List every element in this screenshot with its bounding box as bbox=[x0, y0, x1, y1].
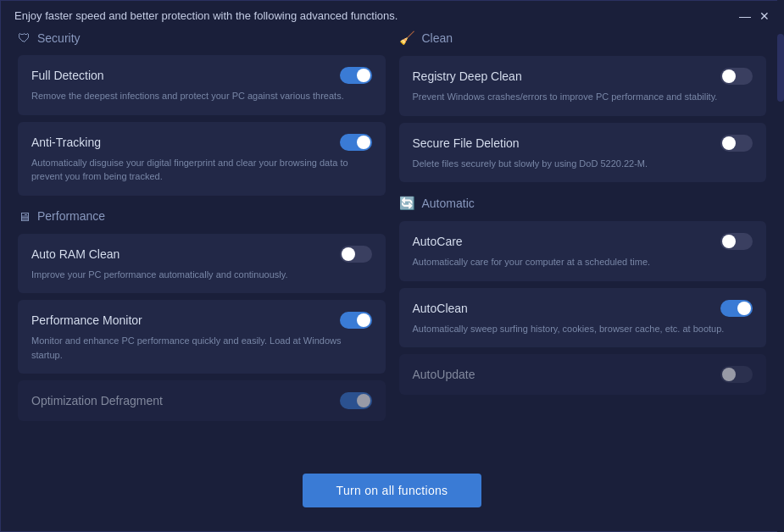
security-section-header: 🛡 Security bbox=[18, 30, 386, 45]
window-controls: — ✕ bbox=[739, 10, 770, 22]
registry-deep-clean-header: Registry Deep Clean bbox=[413, 68, 753, 85]
performance-section-header: 🖥 Performance bbox=[18, 209, 386, 224]
auto-ram-clean-header: Auto RAM Clean bbox=[31, 246, 372, 263]
autocare-toggle[interactable] bbox=[720, 233, 753, 250]
optimization-defragment-title: Optimization Defragment bbox=[31, 394, 163, 407]
full-detection-toggle[interactable] bbox=[340, 67, 372, 84]
performance-monitor-header: Performance Monitor bbox=[31, 312, 372, 329]
optimization-defragment-card: Optimization Defragment bbox=[18, 380, 386, 421]
automatic-cards: AutoCare Automatically care for your com… bbox=[399, 221, 767, 395]
clean-section-header: 🧹 Clean bbox=[399, 30, 767, 46]
autoclean-toggle-knob bbox=[737, 302, 751, 315]
main-window: Enjoy faster speed and better protection… bbox=[0, 0, 784, 532]
performance-monitor-desc: Monitor and enhance PC performance quick… bbox=[31, 334, 372, 362]
registry-deep-clean-title: Registry Deep Clean bbox=[413, 69, 522, 83]
full-detection-card: Full Detection Remove the deepest infect… bbox=[18, 55, 386, 115]
autocare-card: AutoCare Automatically care for your com… bbox=[399, 221, 767, 281]
left-column: 🛡 Security Full Detection Remove the dee… bbox=[18, 30, 386, 462]
turn-on-all-button[interactable]: Turn on all functions bbox=[303, 474, 482, 507]
anti-tracking-title: Anti-Tracking bbox=[31, 136, 101, 149]
registry-deep-clean-desc: Prevent Windows crashes/errors to improv… bbox=[413, 90, 753, 104]
full-detection-desc: Remove the deepest infections and protec… bbox=[31, 89, 372, 103]
main-content: 🛡 Security Full Detection Remove the dee… bbox=[1, 30, 783, 531]
close-button[interactable]: ✕ bbox=[759, 10, 770, 22]
full-detection-toggle-knob bbox=[357, 69, 370, 82]
performance-monitor-toggle[interactable] bbox=[340, 312, 372, 329]
auto-ram-clean-toggle[interactable] bbox=[340, 246, 372, 263]
autocare-title: AutoCare bbox=[413, 235, 463, 248]
clean-label: Clean bbox=[422, 31, 453, 45]
auto-ram-clean-desc: Improve your PC performance automaticall… bbox=[31, 268, 372, 282]
autoclean-card: AutoClean Automatically sweep surfing hi… bbox=[399, 288, 767, 348]
bottom-bar: Turn on all functions bbox=[18, 462, 766, 514]
autoupdate-title: AutoUpdate bbox=[413, 368, 475, 381]
automatic-icon: 🔄 bbox=[399, 196, 415, 211]
minimize-button[interactable]: — bbox=[739, 10, 751, 22]
registry-deep-clean-toggle-knob bbox=[722, 69, 736, 83]
clean-cards: Registry Deep Clean Prevent Windows cras… bbox=[399, 56, 767, 182]
performance-monitor-title: Performance Monitor bbox=[31, 313, 142, 327]
scrollbar-track[interactable] bbox=[777, 0, 784, 532]
secure-file-deletion-card: Secure File Deletion Delete files secure… bbox=[399, 123, 767, 183]
performance-label: Performance bbox=[37, 209, 105, 223]
optimization-defragment-toggle-knob bbox=[357, 394, 370, 407]
secure-file-deletion-toggle-knob bbox=[722, 136, 736, 150]
anti-tracking-toggle[interactable] bbox=[340, 134, 372, 151]
auto-ram-clean-toggle-knob bbox=[342, 247, 355, 261]
autoclean-toggle[interactable] bbox=[720, 300, 753, 317]
performance-monitor-toggle-knob bbox=[357, 313, 370, 327]
anti-tracking-header: Anti-Tracking bbox=[31, 134, 372, 151]
registry-deep-clean-toggle[interactable] bbox=[720, 68, 753, 85]
optimization-defragment-header: Optimization Defragment bbox=[31, 392, 372, 409]
autoupdate-toggle-knob bbox=[722, 368, 736, 381]
anti-tracking-toggle-knob bbox=[357, 136, 370, 149]
title-text: Enjoy faster speed and better protection… bbox=[14, 9, 398, 22]
autoupdate-header: AutoUpdate bbox=[413, 366, 753, 383]
secure-file-deletion-header: Secure File Deletion bbox=[413, 135, 753, 152]
autoupdate-toggle[interactable] bbox=[720, 366, 753, 383]
performance-icon: 🖥 bbox=[18, 209, 31, 224]
autocare-toggle-knob bbox=[722, 235, 736, 248]
autocare-desc: Automatically care for your computer at … bbox=[413, 255, 753, 269]
automatic-label: Automatic bbox=[422, 197, 475, 210]
autoclean-desc: Automatically sweep surfing history, coo… bbox=[413, 322, 753, 336]
secure-file-deletion-desc: Delete files securely but slowly by usin… bbox=[413, 157, 753, 171]
scrollbar-thumb bbox=[777, 34, 784, 102]
performance-monitor-card: Performance Monitor Monitor and enhance … bbox=[18, 300, 386, 374]
secure-file-deletion-title: Secure File Deletion bbox=[413, 136, 520, 150]
security-cards: Full Detection Remove the deepest infect… bbox=[18, 55, 386, 196]
anti-tracking-card: Anti-Tracking Automatically disguise you… bbox=[18, 122, 386, 196]
autoupdate-card: AutoUpdate bbox=[399, 354, 767, 395]
full-detection-title: Full Detection bbox=[31, 69, 104, 82]
auto-ram-clean-card: Auto RAM Clean Improve your PC performan… bbox=[18, 234, 386, 294]
autocare-header: AutoCare bbox=[413, 233, 753, 250]
title-bar: Enjoy faster speed and better protection… bbox=[1, 1, 783, 30]
auto-ram-clean-title: Auto RAM Clean bbox=[31, 247, 120, 261]
security-icon: 🛡 bbox=[18, 30, 31, 45]
right-column: 🧹 Clean Registry Deep Clean Prevent Wind… bbox=[399, 30, 767, 462]
columns-container: 🛡 Security Full Detection Remove the dee… bbox=[18, 30, 766, 462]
optimization-defragment-toggle[interactable] bbox=[340, 392, 372, 409]
clean-icon: 🧹 bbox=[399, 30, 415, 46]
anti-tracking-desc: Automatically disguise your digital fing… bbox=[31, 156, 372, 184]
registry-deep-clean-card: Registry Deep Clean Prevent Windows cras… bbox=[399, 56, 767, 116]
performance-cards: Auto RAM Clean Improve your PC performan… bbox=[18, 234, 386, 422]
security-label: Security bbox=[37, 31, 81, 45]
autoclean-header: AutoClean bbox=[413, 300, 753, 317]
secure-file-deletion-toggle[interactable] bbox=[720, 135, 753, 152]
autoclean-title: AutoClean bbox=[413, 302, 468, 315]
automatic-section-header: 🔄 Automatic bbox=[399, 196, 767, 211]
full-detection-header: Full Detection bbox=[31, 67, 372, 84]
